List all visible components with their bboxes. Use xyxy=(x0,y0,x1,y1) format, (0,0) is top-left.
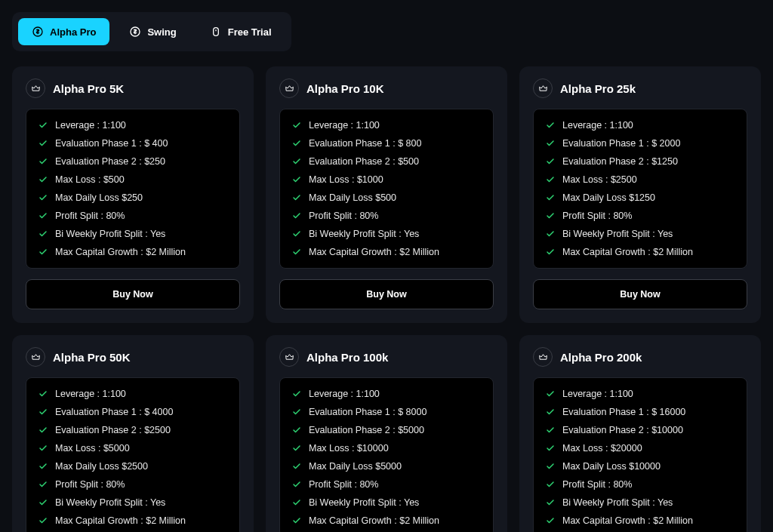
feature-text: Evaluation Phase 1 : $ 8000 xyxy=(309,407,427,417)
feature-text: Max Loss : $5000 xyxy=(55,443,130,454)
feature-item: Profit Split : 80% xyxy=(292,211,481,221)
dollar-icon xyxy=(32,26,44,38)
feature-text: Profit Split : 80% xyxy=(562,211,632,221)
feature-text: Leverage : 1:100 xyxy=(562,389,633,399)
feature-text: Profit Split : 80% xyxy=(562,479,632,490)
check-icon xyxy=(546,389,555,398)
check-icon xyxy=(292,157,301,166)
feature-text: Max Loss : $20000 xyxy=(562,443,642,454)
check-icon xyxy=(292,248,301,257)
feature-text: Evaluation Phase 2 : $5000 xyxy=(309,425,424,435)
crown-icon xyxy=(26,78,45,98)
feature-item: Bi Weekly Profit Split : Yes xyxy=(292,497,481,508)
feature-item: Profit Split : 80% xyxy=(292,479,481,490)
check-icon xyxy=(292,175,301,184)
feature-text: Max Loss : $1000 xyxy=(309,174,383,185)
feature-text: Max Capital Growth : $2 Million xyxy=(55,515,186,526)
feature-list: Leverage : 1:100Evaluation Phase 1 : $ 4… xyxy=(26,109,240,269)
feature-text: Profit Split : 80% xyxy=(55,211,125,221)
check-icon xyxy=(546,229,555,238)
feature-item: Max Capital Growth : $2 Million xyxy=(38,515,227,526)
feature-item: Bi Weekly Profit Split : Yes xyxy=(38,497,227,508)
feature-item: Evaluation Phase 2 : $500 xyxy=(292,156,481,167)
tab-free-trial[interactable]: Free Trial xyxy=(196,18,285,45)
feature-text: Profit Split : 80% xyxy=(55,479,125,490)
feature-item: Max Capital Growth : $2 Million xyxy=(292,515,481,526)
feature-item: Max Capital Growth : $2 Million xyxy=(546,247,735,257)
check-icon xyxy=(38,248,48,257)
feature-text: Evaluation Phase 2 : $1250 xyxy=(562,156,678,167)
tab-label: Swing xyxy=(147,26,176,38)
feature-item: Profit Split : 80% xyxy=(38,211,227,221)
feature-text: Evaluation Phase 1 : $ 4000 xyxy=(55,407,173,417)
feature-text: Max Daily Loss $500 xyxy=(309,192,396,203)
check-icon xyxy=(546,498,555,507)
feature-text: Leverage : 1:100 xyxy=(55,120,126,131)
feature-item: Leverage : 1:100 xyxy=(292,120,481,131)
tab-alpha-pro[interactable]: Alpha Pro xyxy=(18,18,109,45)
buy-now-button[interactable]: Buy Now xyxy=(26,279,240,309)
feature-item: Evaluation Phase 2 : $1250 xyxy=(546,156,735,167)
check-icon xyxy=(292,389,301,398)
crown-icon xyxy=(533,78,553,98)
feature-text: Max Capital Growth : $2 Million xyxy=(309,515,439,526)
tab-container: Alpha ProSwingFree Trial xyxy=(12,12,291,51)
feature-text: Profit Split : 80% xyxy=(309,479,378,490)
plan-header: Alpha Pro 100k xyxy=(279,347,494,367)
check-icon xyxy=(292,516,301,525)
plan-card: Alpha Pro 200kLeverage : 1:100Evaluation… xyxy=(519,335,761,532)
buy-now-button[interactable]: Buy Now xyxy=(279,279,494,309)
plan-card: Alpha Pro 50KLeverage : 1:100Evaluation … xyxy=(12,335,254,532)
plan-header: Alpha Pro 10K xyxy=(279,78,494,98)
check-icon xyxy=(292,211,301,220)
feature-text: Max Capital Growth : $2 Million xyxy=(562,247,693,257)
check-icon xyxy=(38,407,48,417)
feature-item: Max Capital Growth : $2 Million xyxy=(292,247,481,257)
feature-item: Max Daily Loss $5000 xyxy=(292,461,481,472)
feature-item: Evaluation Phase 2 : $2500 xyxy=(38,425,227,435)
check-icon xyxy=(292,480,301,489)
feature-item: Leverage : 1:100 xyxy=(292,389,481,399)
feature-item: Profit Split : 80% xyxy=(546,479,735,490)
mouse-icon xyxy=(210,26,222,38)
feature-text: Bi Weekly Profit Split : Yes xyxy=(562,497,673,508)
check-icon xyxy=(546,157,555,166)
feature-item: Bi Weekly Profit Split : Yes xyxy=(292,229,481,239)
feature-list: Leverage : 1:100Evaluation Phase 1 : $ 1… xyxy=(533,377,747,532)
feature-item: Evaluation Phase 2 : $250 xyxy=(38,156,227,167)
feature-text: Evaluation Phase 2 : $250 xyxy=(55,156,165,167)
check-icon xyxy=(38,498,48,507)
check-icon xyxy=(546,139,555,148)
feature-item: Evaluation Phase 1 : $ 800 xyxy=(292,138,481,149)
check-icon xyxy=(38,229,48,238)
feature-text: Leverage : 1:100 xyxy=(55,389,126,399)
check-icon xyxy=(546,211,555,220)
check-icon xyxy=(38,516,48,525)
feature-item: Evaluation Phase 1 : $ 400 xyxy=(38,138,227,149)
feature-item: Max Daily Loss $2500 xyxy=(38,461,227,472)
feature-text: Max Loss : $10000 xyxy=(309,443,389,454)
tab-swing[interactable]: Swing xyxy=(115,18,189,45)
feature-item: Leverage : 1:100 xyxy=(546,389,735,399)
check-icon xyxy=(38,175,48,184)
check-icon xyxy=(546,426,555,435)
feature-text: Leverage : 1:100 xyxy=(309,120,380,131)
check-icon xyxy=(292,229,301,238)
crown-icon xyxy=(279,78,299,98)
feature-item: Max Loss : $5000 xyxy=(38,443,227,454)
feature-item: Max Loss : $10000 xyxy=(292,443,481,454)
feature-text: Max Daily Loss $10000 xyxy=(562,461,661,472)
feature-item: Max Loss : $2500 xyxy=(546,174,735,185)
check-icon xyxy=(38,444,48,453)
feature-text: Bi Weekly Profit Split : Yes xyxy=(55,497,165,508)
plan-title: Alpha Pro 50K xyxy=(53,351,131,364)
feature-text: Evaluation Phase 1 : $ 16000 xyxy=(562,407,685,417)
feature-item: Max Loss : $500 xyxy=(38,174,227,185)
feature-text: Bi Weekly Profit Split : Yes xyxy=(309,497,419,508)
check-icon xyxy=(546,193,555,202)
check-icon xyxy=(546,516,555,525)
buy-now-button[interactable]: Buy Now xyxy=(533,279,747,309)
check-icon xyxy=(546,444,555,453)
check-icon xyxy=(546,407,555,417)
check-icon xyxy=(292,462,301,471)
